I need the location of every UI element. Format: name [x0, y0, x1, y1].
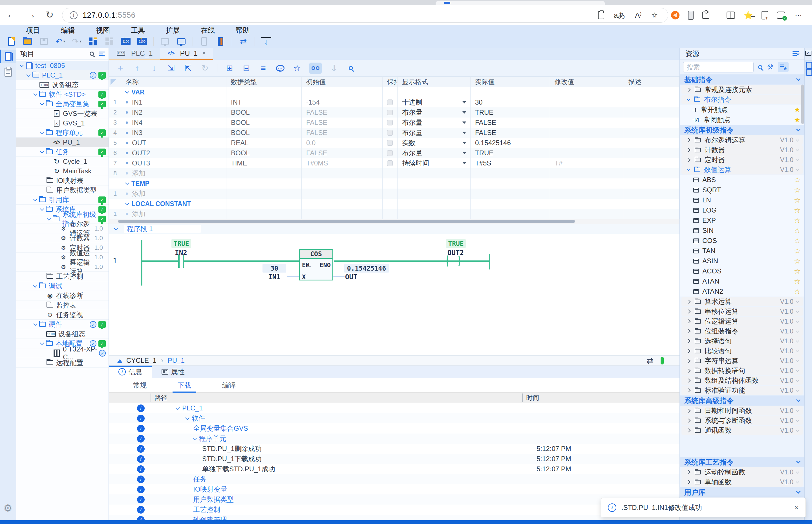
- chevron-down-icon[interactable]: [796, 309, 799, 313]
- chevron-down-icon[interactable]: [27, 72, 30, 76]
- editor-tab-pu_1[interactable]: </>PU_1×: [160, 48, 213, 60]
- log-row[interactable]: i轴创建管理: [109, 515, 680, 520]
- resource-folder[interactable]: 数据转换语句V1.0: [681, 366, 803, 375]
- menu-item[interactable]: 项目: [26, 26, 40, 35]
- log-row[interactable]: iPLC_1: [109, 403, 680, 413]
- monitor-binoculars-icon[interactable]: [309, 63, 322, 74]
- log-row[interactable]: i任务: [109, 474, 680, 484]
- close-tab-icon[interactable]: ×: [202, 50, 206, 57]
- favorite-star-icon[interactable]: ☆: [794, 236, 800, 245]
- tree-item[interactable]: xGVS一览表: [16, 109, 109, 118]
- resource-tools-icon[interactable]: ⚒: [767, 63, 773, 71]
- resource-function[interactable]: ABS☆: [680, 175, 805, 185]
- resource-folder[interactable]: 串移位运算V1.0: [681, 307, 803, 316]
- extension-orange-icon[interactable]: [671, 11, 680, 19]
- upload-from-plc-icon[interactable]: 1100↑: [137, 36, 147, 47]
- resource-folder[interactable]: 比较语句V1.0: [681, 346, 803, 356]
- favorite-star-icon[interactable]: ★: [794, 116, 800, 124]
- log-text[interactable]: IO映射变量: [193, 485, 227, 494]
- favorite-star-icon[interactable]: ☆: [794, 287, 800, 296]
- chevron-down-icon[interactable]: [686, 97, 691, 101]
- export-icon[interactable]: ⇱: [183, 63, 193, 74]
- chevron-down-icon[interactable]: [33, 92, 37, 96]
- grid-row[interactable]: 2IN2BOOLFALSE布尔量TRUE: [109, 108, 680, 117]
- log-row[interactable]: i程序单元: [109, 433, 680, 444]
- favorite-star-icon[interactable]: ☆: [794, 176, 800, 184]
- tree-item[interactable]: ⚙位逻辑运算1.0: [16, 262, 109, 272]
- chevron-down-icon[interactable]: [796, 369, 799, 372]
- coil-variable[interactable]: OUT2: [439, 249, 473, 257]
- horizontal-scrollbar[interactable]: [109, 219, 680, 224]
- resource-function[interactable]: ACOS☆: [680, 266, 805, 276]
- scrollbar-thumb[interactable]: [118, 220, 575, 223]
- favorite-star-icon[interactable]: ☆: [794, 196, 800, 204]
- comment-icon[interactable]: ···: [275, 63, 285, 74]
- bottom-tab-properties[interactable]: 属性: [152, 365, 195, 378]
- resource-section-header[interactable]: 系统库高级指令: [680, 395, 805, 406]
- tree-item[interactable]: ⚙布尔逻辑运算1.0: [16, 224, 109, 233]
- favorite-star-icon[interactable]: ☆: [651, 11, 658, 20]
- card-active-icon[interactable]: [215, 36, 226, 47]
- tree-item[interactable]: 程序单元✓: [16, 128, 109, 137]
- translate-icon[interactable]: aあ: [614, 11, 626, 20]
- resource-contact[interactable]: ⊣⊢常开触点★: [680, 104, 805, 115]
- favorite-star-icon[interactable]: ☆: [794, 247, 800, 256]
- move-up-icon[interactable]: ↑: [132, 63, 142, 74]
- chevron-down-icon[interactable]: [796, 428, 799, 432]
- resource-function[interactable]: COS☆: [680, 236, 805, 246]
- resource-function[interactable]: EXP☆: [680, 215, 805, 226]
- resource-function[interactable]: ATAN☆: [680, 276, 805, 286]
- extensions-icon[interactable]: [702, 12, 709, 19]
- editor-tab-plc_1[interactable]: 1100PLC_1: [109, 48, 160, 60]
- chevron-down-icon[interactable]: [47, 216, 51, 220]
- resource-function[interactable]: SQRT☆: [680, 185, 805, 195]
- format-dropdown-icon[interactable]: [462, 132, 466, 136]
- input-variable[interactable]: IN1: [262, 273, 286, 281]
- menu-item[interactable]: 视图: [96, 26, 110, 35]
- open-project-icon[interactable]: [22, 36, 33, 47]
- tree-item[interactable]: ↻Cycle_1: [16, 157, 109, 166]
- resource-folder[interactable]: 布尔逻辑运算V1.0: [681, 135, 803, 145]
- redo-icon[interactable]: ↷▾: [71, 36, 82, 47]
- add-row-icon[interactable]: ＋: [116, 63, 125, 74]
- tree-item[interactable]: PLC_1✓✓: [16, 70, 109, 80]
- log-row[interactable]: i用户数据类型: [109, 494, 680, 505]
- resource-folder[interactable]: 计数器V1.0: [681, 145, 803, 155]
- chevron-down-icon[interactable]: [33, 197, 37, 201]
- settings-gear-icon[interactable]: ⚙: [3, 502, 12, 514]
- resource-folder[interactable]: 位逻辑运算V1.0: [681, 316, 803, 326]
- format-dropdown-icon[interactable]: [462, 111, 466, 116]
- forward-icon[interactable]: →: [25, 9, 37, 20]
- chevron-down-icon[interactable]: [796, 359, 799, 362]
- resource-folder-open[interactable]: 布尔指令: [681, 95, 803, 104]
- tree-item[interactable]: 任务✓: [16, 147, 109, 157]
- log-text[interactable]: 任务: [193, 475, 207, 484]
- chevron-down-icon[interactable]: [796, 388, 799, 392]
- reload-icon[interactable]: ↻: [44, 9, 56, 20]
- chevron-right-icon[interactable]: [686, 480, 691, 484]
- library-grid-icon[interactable]: [88, 36, 98, 47]
- chevron-down-icon[interactable]: [176, 405, 180, 410]
- resource-folder[interactable]: 单轴函数V1.0: [681, 477, 803, 487]
- chevron-right-icon[interactable]: [686, 88, 691, 92]
- browser-active-tab[interactable]: [436, 1, 605, 5]
- resource-collapse-icon[interactable]: [793, 51, 799, 56]
- resource-folder[interactable]: 选择语句V1.0: [681, 336, 803, 346]
- chevron-down-icon[interactable]: [796, 398, 801, 402]
- resource-folder[interactable]: 运动控制函数V1.0: [681, 467, 803, 477]
- favorite-star-icon[interactable]: ☆: [794, 277, 800, 286]
- chevron-right-icon[interactable]: [686, 320, 691, 323]
- chevron-down-icon[interactable]: [796, 349, 799, 353]
- breadcrumb-task[interactable]: CYCLE_1: [126, 357, 157, 364]
- ladder-canvas[interactable]: 1 TRUE IN2 COS EN ENO — X 30 IN1 0.15425…: [109, 234, 680, 356]
- tree-item[interactable]: ⚙数值运算1.0: [16, 252, 109, 262]
- project-explorer-icon[interactable]: [0, 50, 16, 63]
- split-screen-icon[interactable]: [727, 12, 735, 19]
- resource-section-header[interactable]: 基础指令: [680, 75, 805, 85]
- chevron-right-icon[interactable]: [686, 428, 691, 432]
- grid-row[interactable]: 5OUTREAL0.0实数0.15425146: [109, 138, 680, 148]
- subtab-编译[interactable]: 编译: [222, 378, 236, 393]
- chevron-right-icon[interactable]: [686, 379, 691, 382]
- resource-search-icon[interactable]: [758, 65, 762, 69]
- favorite-star-icon[interactable]: ☆: [794, 206, 800, 215]
